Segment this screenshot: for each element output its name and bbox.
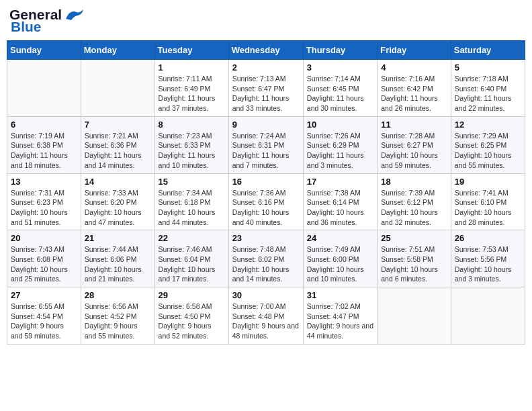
calendar-cell: 31Sunrise: 7:02 AM Sunset: 4:47 PM Dayli… — [303, 287, 377, 345]
calendar-week-1: 1Sunrise: 7:11 AM Sunset: 6:49 PM Daylig… — [7, 60, 525, 117]
calendar-cell: 24Sunrise: 7:49 AM Sunset: 6:00 PM Dayli… — [303, 230, 377, 287]
day-number: 6 — [11, 120, 77, 130]
calendar-cell: 29Sunrise: 6:58 AM Sunset: 4:50 PM Dayli… — [154, 287, 228, 345]
calendar-cell: 22Sunrise: 7:46 AM Sunset: 6:04 PM Dayli… — [154, 230, 228, 287]
calendar-body: 1Sunrise: 7:11 AM Sunset: 6:49 PM Daylig… — [7, 60, 525, 345]
weekday-header-row: SundayMondayTuesdayWednesdayThursdayFrid… — [7, 41, 525, 60]
day-detail: Sunrise: 7:43 AM Sunset: 6:08 PM Dayligh… — [11, 244, 77, 284]
day-number: 17 — [307, 177, 373, 187]
day-detail: Sunrise: 7:14 AM Sunset: 6:45 PM Dayligh… — [307, 74, 373, 113]
calendar-cell: 2Sunrise: 7:13 AM Sunset: 6:47 PM Daylig… — [228, 60, 303, 117]
day-number: 2 — [232, 62, 300, 73]
day-number: 10 — [307, 120, 373, 130]
day-number: 12 — [455, 120, 521, 130]
day-number: 5 — [455, 62, 521, 73]
day-number: 3 — [307, 62, 373, 73]
weekday-header-tuesday: Tuesday — [154, 41, 228, 60]
calendar-cell: 1Sunrise: 7:11 AM Sunset: 6:49 PM Daylig… — [154, 60, 228, 117]
weekday-header-monday: Monday — [81, 41, 154, 60]
day-detail: Sunrise: 7:02 AM Sunset: 4:47 PM Dayligh… — [307, 302, 373, 341]
calendar-cell: 9Sunrise: 7:24 AM Sunset: 6:31 PM Daylig… — [228, 116, 303, 173]
day-number: 22 — [159, 233, 225, 243]
page-header: General Blue — [7, 7, 525, 35]
calendar-week-3: 13Sunrise: 7:31 AM Sunset: 6:23 PM Dayli… — [7, 173, 525, 230]
day-detail: Sunrise: 7:16 AM Sunset: 6:42 PM Dayligh… — [381, 74, 447, 113]
weekday-header-friday: Friday — [378, 41, 451, 60]
calendar-cell: 14Sunrise: 7:33 AM Sunset: 6:20 PM Dayli… — [81, 173, 154, 230]
calendar-cell — [81, 60, 154, 117]
calendar-cell: 12Sunrise: 7:29 AM Sunset: 6:25 PM Dayli… — [451, 116, 525, 173]
day-detail: Sunrise: 6:55 AM Sunset: 4:54 PM Dayligh… — [11, 302, 77, 341]
calendar-cell: 30Sunrise: 7:00 AM Sunset: 4:48 PM Dayli… — [228, 287, 303, 345]
calendar-cell: 16Sunrise: 7:36 AM Sunset: 6:16 PM Dayli… — [228, 173, 303, 230]
day-number: 28 — [85, 290, 151, 300]
day-detail: Sunrise: 7:53 AM Sunset: 5:56 PM Dayligh… — [455, 244, 521, 284]
calendar-cell: 7Sunrise: 7:21 AM Sunset: 6:36 PM Daylig… — [81, 116, 154, 173]
calendar-cell: 8Sunrise: 7:23 AM Sunset: 6:33 PM Daylig… — [154, 116, 228, 173]
weekday-header-thursday: Thursday — [303, 41, 377, 60]
day-detail: Sunrise: 6:58 AM Sunset: 4:50 PM Dayligh… — [159, 302, 225, 341]
day-number: 24 — [307, 233, 373, 243]
calendar-cell: 4Sunrise: 7:16 AM Sunset: 6:42 PM Daylig… — [378, 60, 451, 117]
calendar-cell: 18Sunrise: 7:39 AM Sunset: 6:12 PM Dayli… — [378, 173, 451, 230]
day-number: 11 — [381, 120, 447, 130]
day-detail: Sunrise: 7:28 AM Sunset: 6:27 PM Dayligh… — [381, 131, 447, 171]
logo: General Blue — [9, 7, 86, 35]
day-number: 8 — [159, 120, 225, 130]
day-detail: Sunrise: 7:18 AM Sunset: 6:40 PM Dayligh… — [455, 74, 521, 113]
calendar-cell: 19Sunrise: 7:41 AM Sunset: 6:10 PM Dayli… — [451, 173, 525, 230]
calendar-cell: 28Sunrise: 6:56 AM Sunset: 4:52 PM Dayli… — [81, 287, 154, 345]
weekday-header-wednesday: Wednesday — [228, 41, 303, 60]
day-number: 13 — [11, 177, 77, 187]
day-detail: Sunrise: 7:19 AM Sunset: 6:38 PM Dayligh… — [11, 131, 77, 171]
calendar-cell: 25Sunrise: 7:51 AM Sunset: 5:58 PM Dayli… — [378, 230, 451, 287]
calendar-week-5: 27Sunrise: 6:55 AM Sunset: 4:54 PM Dayli… — [7, 287, 525, 345]
calendar-cell — [378, 287, 451, 345]
day-detail: Sunrise: 7:44 AM Sunset: 6:06 PM Dayligh… — [85, 244, 151, 284]
day-detail: Sunrise: 7:00 AM Sunset: 4:48 PM Dayligh… — [232, 302, 300, 341]
day-detail: Sunrise: 7:24 AM Sunset: 6:31 PM Dayligh… — [232, 131, 300, 171]
calendar-table: SundayMondayTuesdayWednesdayThursdayFrid… — [7, 40, 525, 345]
logo-bird-icon — [64, 8, 86, 21]
calendar-cell — [451, 287, 525, 345]
calendar-cell: 15Sunrise: 7:34 AM Sunset: 6:18 PM Dayli… — [154, 173, 228, 230]
day-detail: Sunrise: 7:48 AM Sunset: 6:02 PM Dayligh… — [232, 244, 300, 284]
calendar-cell: 13Sunrise: 7:31 AM Sunset: 6:23 PM Dayli… — [7, 173, 81, 230]
day-number: 29 — [159, 290, 225, 300]
day-detail: Sunrise: 7:49 AM Sunset: 6:00 PM Dayligh… — [307, 244, 373, 284]
day-detail: Sunrise: 7:21 AM Sunset: 6:36 PM Dayligh… — [85, 131, 151, 171]
weekday-header-saturday: Saturday — [451, 41, 525, 60]
calendar-week-2: 6Sunrise: 7:19 AM Sunset: 6:38 PM Daylig… — [7, 116, 525, 173]
day-number: 26 — [455, 233, 521, 243]
day-detail: Sunrise: 7:46 AM Sunset: 6:04 PM Dayligh… — [159, 244, 225, 284]
day-detail: Sunrise: 7:13 AM Sunset: 6:47 PM Dayligh… — [232, 74, 300, 113]
day-detail: Sunrise: 7:34 AM Sunset: 6:18 PM Dayligh… — [159, 188, 225, 228]
calendar-cell: 23Sunrise: 7:48 AM Sunset: 6:02 PM Dayli… — [228, 230, 303, 287]
calendar-cell: 21Sunrise: 7:44 AM Sunset: 6:06 PM Dayli… — [81, 230, 154, 287]
day-detail: Sunrise: 7:41 AM Sunset: 6:10 PM Dayligh… — [455, 188, 521, 228]
day-number: 16 — [232, 177, 300, 187]
calendar-cell: 5Sunrise: 7:18 AM Sunset: 6:40 PM Daylig… — [451, 60, 525, 117]
calendar-cell: 27Sunrise: 6:55 AM Sunset: 4:54 PM Dayli… — [7, 287, 81, 345]
day-detail: Sunrise: 7:29 AM Sunset: 6:25 PM Dayligh… — [455, 131, 521, 171]
day-detail: Sunrise: 7:23 AM Sunset: 6:33 PM Dayligh… — [159, 131, 225, 171]
day-detail: Sunrise: 6:56 AM Sunset: 4:52 PM Dayligh… — [85, 302, 151, 341]
calendar-cell: 11Sunrise: 7:28 AM Sunset: 6:27 PM Dayli… — [378, 116, 451, 173]
day-number: 23 — [232, 233, 300, 243]
day-number: 21 — [85, 233, 151, 243]
day-number: 20 — [11, 233, 77, 243]
day-number: 7 — [85, 120, 151, 130]
day-number: 25 — [381, 233, 447, 243]
day-number: 18 — [381, 177, 447, 187]
calendar-cell: 6Sunrise: 7:19 AM Sunset: 6:38 PM Daylig… — [7, 116, 81, 173]
day-number: 1 — [159, 62, 225, 73]
calendar-cell — [7, 60, 81, 117]
day-detail: Sunrise: 7:31 AM Sunset: 6:23 PM Dayligh… — [11, 188, 77, 228]
day-detail: Sunrise: 7:51 AM Sunset: 5:58 PM Dayligh… — [381, 244, 447, 284]
day-detail: Sunrise: 7:26 AM Sunset: 6:29 PM Dayligh… — [307, 131, 373, 171]
calendar-cell: 10Sunrise: 7:26 AM Sunset: 6:29 PM Dayli… — [303, 116, 377, 173]
calendar-week-4: 20Sunrise: 7:43 AM Sunset: 6:08 PM Dayli… — [7, 230, 525, 287]
day-detail: Sunrise: 7:38 AM Sunset: 6:14 PM Dayligh… — [307, 188, 373, 228]
day-number: 9 — [232, 120, 300, 130]
day-detail: Sunrise: 7:36 AM Sunset: 6:16 PM Dayligh… — [232, 188, 300, 228]
